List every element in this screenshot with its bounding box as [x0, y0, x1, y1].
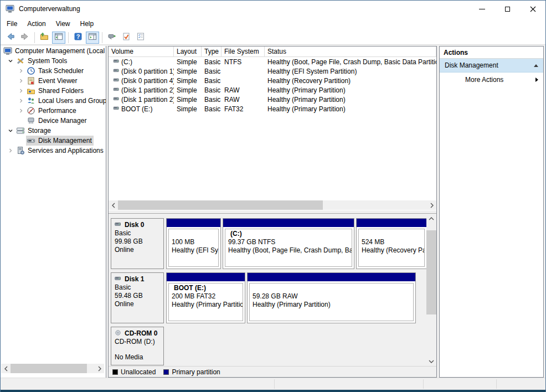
- cell-status: Healthy (Primary Partition): [265, 86, 436, 94]
- forward-button[interactable]: [18, 32, 32, 44]
- tree-scroll-thumb[interactable]: [11, 364, 87, 373]
- column-header-file-system[interactable]: File System: [222, 47, 265, 57]
- chevron-right-icon[interactable]: [16, 76, 26, 86]
- volume-name: (Disk 1 partition 2): [121, 86, 174, 94]
- partition-title: [172, 230, 215, 238]
- more-actions-item[interactable]: More Actions: [440, 73, 543, 86]
- checklist-button[interactable]: [134, 32, 147, 44]
- back-button[interactable]: [4, 32, 17, 44]
- maximize-button[interactable]: [495, 1, 520, 17]
- tree-scroll-track[interactable]: [11, 364, 95, 373]
- partition-size: 99.37 GB NTFS: [228, 238, 349, 246]
- help-button[interactable]: ?: [71, 32, 85, 44]
- chevron-down-icon[interactable]: [5, 126, 16, 136]
- more-actions-label: More Actions: [465, 76, 503, 84]
- volume-row[interactable]: (Disk 0 partition 1)SimpleBasicHealthy (…: [109, 66, 436, 76]
- tree-item-content: Local Users and Groups: [26, 96, 106, 106]
- menu-file[interactable]: File: [2, 18, 22, 29]
- tree-item-content: Event Viewer: [26, 76, 79, 86]
- chevron-down-icon[interactable]: [5, 56, 16, 66]
- volume-row[interactable]: (Disk 1 partition 2)SimpleBasicRAWHealth…: [109, 95, 436, 104]
- disk-status: No Media: [115, 353, 160, 362]
- disk-label-disk-1[interactable]: Disk 1Basic59.48 GBOnline: [111, 272, 164, 323]
- column-header-type[interactable]: Type: [202, 47, 222, 57]
- volume-scroll-thumb[interactable]: [118, 200, 323, 210]
- tree-item-event-viewer[interactable]: Event Viewer: [1, 76, 106, 86]
- scroll-right-icon[interactable]: [427, 200, 436, 210]
- volume-disk-icon: [112, 105, 120, 113]
- chevron-right-icon[interactable]: [16, 96, 26, 106]
- chevron-right-icon[interactable]: [16, 66, 26, 76]
- volume-row[interactable]: BOOT (E:)SimpleBasicFAT32Healthy (Primar…: [109, 104, 436, 114]
- chevron-right-icon[interactable]: [5, 146, 16, 156]
- disk-label-cd-rom-0[interactable]: CD-ROM 0CD-ROM (D:)No Media: [111, 327, 164, 365]
- disk-vertical-scrollbar[interactable]: [426, 214, 436, 366]
- console-tree-button[interactable]: [52, 32, 65, 44]
- scroll-left-icon[interactable]: [1, 364, 11, 373]
- partition-block[interactable]: 100 MBHealthy (EFI Sys: [166, 218, 221, 269]
- actions-group-disk-management[interactable]: Disk Management: [440, 59, 543, 73]
- disk-scroll-track[interactable]: [426, 223, 436, 357]
- tree-item-device-manager[interactable]: Device Manager: [1, 116, 106, 126]
- disk-name-text: CD-ROM 0: [125, 329, 157, 337]
- scroll-right-icon[interactable]: [95, 364, 104, 373]
- check-doc-button[interactable]: [120, 32, 133, 44]
- cell-volume: BOOT (E:): [109, 105, 174, 113]
- volume-row[interactable]: (Disk 1 partition 2)SimpleBasicRAWHealth…: [109, 85, 436, 95]
- volume-row[interactable]: (Disk 0 partition 4)SimpleBasicHealthy (…: [109, 76, 436, 85]
- column-header-layout[interactable]: Layout: [174, 47, 202, 57]
- tree-item-task-scheduler[interactable]: Task Scheduler: [1, 66, 106, 76]
- tree-item-shared-folders[interactable]: Shared Folders: [1, 86, 106, 96]
- console-tree-pane: Computer Management (LocalSystem ToolsTa…: [1, 46, 106, 378]
- tree-item-local-users-and-groups[interactable]: Local Users and Groups: [1, 96, 106, 106]
- tree-item-services-and-applications[interactable]: Services and Applications: [1, 146, 106, 156]
- disk-status: Online: [115, 300, 160, 308]
- scroll-up-icon[interactable]: [426, 214, 436, 223]
- chevron-right-icon[interactable]: [16, 86, 26, 96]
- volume-scroll-track[interactable]: [118, 200, 427, 210]
- tree-item-storage[interactable]: Storage: [1, 126, 106, 136]
- partition-block[interactable]: 59.28 GB RAWHealthy (Primary Partition): [247, 272, 416, 323]
- column-header-volume[interactable]: Volume: [109, 47, 174, 57]
- collapse-icon[interactable]: [534, 64, 538, 67]
- actions-header: Actions: [440, 47, 543, 59]
- primary-partition-swatch: [163, 369, 169, 375]
- partition-block[interactable]: BOOT (E:)200 MB FAT32Healthy (Primary Pa…: [166, 272, 245, 323]
- console-tree-icon: [54, 32, 63, 43]
- action-pane-button[interactable]: [86, 32, 99, 44]
- disk-label-disk-0[interactable]: Disk 0Basic99.98 GBOnline: [111, 218, 164, 269]
- menu-action[interactable]: Action: [22, 18, 50, 29]
- partition-block[interactable]: 524 MBHealthy (Recovery Par: [356, 218, 426, 269]
- cell-layout: Simple: [174, 77, 202, 85]
- tree-item-computer-management-local[interactable]: Computer Management (Local: [1, 46, 106, 56]
- disk-size: 59.48 GB: [115, 292, 160, 300]
- volume-horizontal-scrollbar[interactable]: [109, 200, 436, 210]
- partitions: 100 MBHealthy (EFI Sys(C:)99.37 GB NTFSH…: [166, 218, 426, 269]
- tree-item-disk-management[interactable]: Disk Management: [1, 136, 106, 146]
- up-folder-button[interactable]: [38, 32, 51, 44]
- partition-status: Healthy (Primary Partitio: [172, 301, 240, 309]
- menu-view[interactable]: View: [51, 18, 75, 29]
- scroll-left-icon[interactable]: [109, 200, 118, 210]
- performance-icon: [27, 106, 35, 115]
- tree-item-system-tools[interactable]: System Tools: [1, 56, 106, 66]
- close-button[interactable]: [520, 1, 545, 17]
- tree-horizontal-scrollbar[interactable]: [1, 364, 104, 373]
- partition-block[interactable]: (C:)99.37 GB NTFSHealthy (Boot, Page Fil…: [223, 218, 354, 269]
- device-manager-icon: [27, 116, 35, 125]
- export-button[interactable]: [105, 32, 119, 44]
- disk-management-view: VolumeLayoutTypeFile SystemStatus (C:)Si…: [108, 46, 437, 378]
- menu-help[interactable]: Help: [75, 18, 99, 29]
- partition-size: 59.28 GB RAW: [253, 292, 410, 301]
- back-icon: [6, 32, 15, 43]
- column-header-status[interactable]: Status: [265, 47, 436, 57]
- volume-row[interactable]: (C:)SimpleBasicNTFSHealthy (Boot, Page F…: [109, 57, 436, 66]
- minimize-button[interactable]: [469, 1, 495, 17]
- pane-splitter[interactable]: [109, 210, 436, 214]
- volume-list: VolumeLayoutTypeFile SystemStatus (C:)Si…: [109, 47, 436, 200]
- cell-fs: FAT32: [222, 105, 265, 113]
- chevron-right-icon[interactable]: [16, 106, 26, 116]
- scroll-down-icon[interactable]: [426, 357, 436, 366]
- tree-item-performance[interactable]: Performance: [1, 106, 106, 116]
- disk-scroll-thumb[interactable]: [426, 230, 436, 314]
